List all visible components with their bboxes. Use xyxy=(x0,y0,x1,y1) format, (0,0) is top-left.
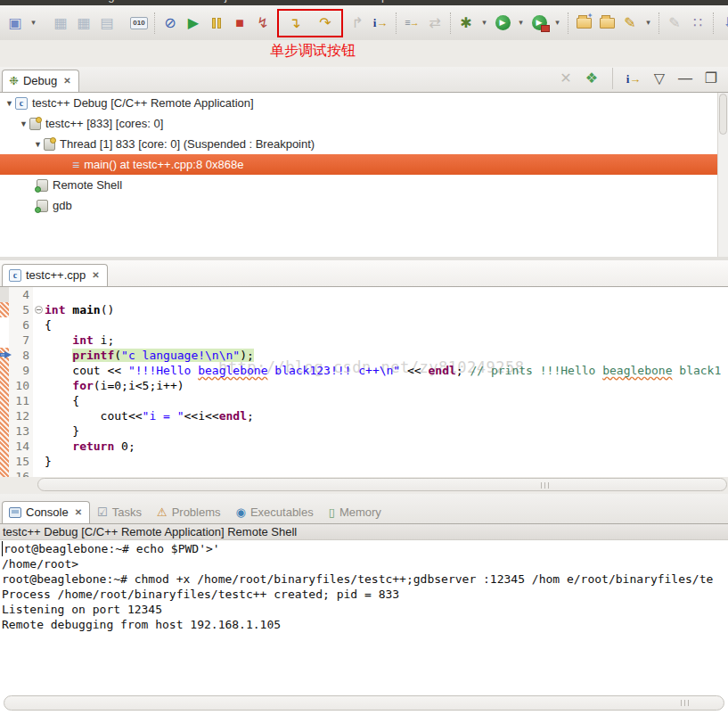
debug-tree-row[interactable]: ≡main() at testc++.cpp:8 0x868e xyxy=(0,154,717,175)
tree-expander-icon[interactable]: ▼ xyxy=(18,119,29,128)
last-edit-location-icon[interactable]: ⇩ xyxy=(719,12,728,34)
binary-icon[interactable]: 010 xyxy=(129,12,149,34)
code-line-4[interactable]: 4 xyxy=(0,287,728,302)
menu-item-search[interactable]: Search xyxy=(151,0,187,3)
new-project-folder-icon[interactable] xyxy=(574,12,593,34)
mark-occurrences-icon[interactable]: ✎ xyxy=(665,12,684,34)
code-line-8[interactable]: 8 printf("c language!\n\n"); xyxy=(0,348,728,363)
left-ruler[interactable] xyxy=(0,469,9,477)
code-line-12[interactable]: 12 cout<<"i = "<<i<<endl; xyxy=(0,408,728,423)
disconnect-icon[interactable]: ❖ xyxy=(582,70,601,87)
external-tools-dropdown[interactable]: ▾ xyxy=(552,12,562,34)
run-icon[interactable]: ▶ xyxy=(493,12,512,34)
tab-label: Executables xyxy=(250,505,314,519)
tab-executables[interactable]: ◉Executables xyxy=(229,501,322,523)
code-line-16[interactable]: 16 xyxy=(0,469,728,477)
tab-problems[interactable]: ⚠Problems xyxy=(150,501,229,523)
debug-tree-row[interactable]: Remote Shell xyxy=(0,175,717,195)
suspend-icon[interactable] xyxy=(207,12,226,34)
left-ruler[interactable] xyxy=(0,423,9,439)
close-icon[interactable]: ✕ xyxy=(73,507,82,517)
left-ruler[interactable] xyxy=(0,363,9,378)
menu-item-project[interactable]: Project xyxy=(207,0,242,3)
tab-testcpp[interactable]: c testc++.cpp ✕ xyxy=(2,264,108,286)
menu-item-file[interactable]: File xyxy=(7,0,26,3)
new-dropdown[interactable]: ▾ xyxy=(29,12,38,34)
left-ruler[interactable] xyxy=(0,287,9,302)
tab-debug[interactable]: ❉ Debug ✕ xyxy=(2,70,79,92)
build-icon[interactable]: ✎ xyxy=(620,12,640,34)
instruction-stepping-icon[interactable]: i→ xyxy=(371,12,390,34)
menu-item-edit[interactable]: Edit xyxy=(45,0,65,3)
console-icon xyxy=(9,507,21,518)
code-line-6[interactable]: 6{ xyxy=(0,317,728,333)
run-dropdown[interactable]: ▾ xyxy=(516,12,526,34)
current-debug-line-highlight: printf("c language!\n\n"); xyxy=(72,349,254,362)
step-return-icon[interactable]: ↱ xyxy=(348,12,367,34)
code-line-9[interactable]: 9 cout << "!!!Hello beaglebone black123!… xyxy=(0,363,728,378)
fold-marker-icon[interactable] xyxy=(33,302,45,317)
remove-all-terminated-icon[interactable]: ✕ xyxy=(556,70,576,87)
left-ruler[interactable] xyxy=(0,317,9,333)
code-line-14[interactable]: 14 return 0; xyxy=(0,439,728,454)
code-line-15[interactable]: 15} xyxy=(0,454,728,469)
minimize-icon[interactable]: — xyxy=(675,70,695,87)
debug-tree-row[interactable]: gdb xyxy=(0,195,717,216)
debug-dropdown[interactable]: ▾ xyxy=(479,12,489,34)
close-icon[interactable]: ✕ xyxy=(90,270,99,280)
code-line-5[interactable]: 5int main() xyxy=(0,302,728,317)
left-ruler[interactable] xyxy=(0,393,9,408)
restart-icon[interactable]: ↯ xyxy=(253,12,273,34)
tab-tasks[interactable]: ☑Tasks xyxy=(90,501,150,523)
tree-expander-icon[interactable]: ▼ xyxy=(32,140,44,149)
code-editor[interactable]: http://blog.csdn.net/zy810249258 45int m… xyxy=(0,286,728,477)
debug-vertical-scrollbar[interactable] xyxy=(717,93,728,257)
build-dropdown[interactable]: ▾ xyxy=(643,12,653,34)
menu-item-window[interactable]: Window xyxy=(303,0,344,3)
left-ruler[interactable] xyxy=(0,333,9,348)
tab-memory[interactable]: ▯Memory xyxy=(322,501,389,523)
code-line-11[interactable]: 11 { xyxy=(0,393,728,408)
tree-expander-icon[interactable]: ▼ xyxy=(4,99,15,108)
profile-icon[interactable]: ∷ xyxy=(688,12,708,34)
left-ruler[interactable] xyxy=(0,378,9,393)
code-line-7[interactable]: 7 int i; xyxy=(0,333,728,348)
left-ruler[interactable] xyxy=(0,408,9,423)
maximize-icon[interactable]: ❐ xyxy=(701,70,721,87)
new-wizard-icon[interactable]: ▣ xyxy=(5,12,25,34)
resume-without-signal-icon[interactable]: ≡→ xyxy=(402,12,421,34)
close-icon[interactable]: ✕ xyxy=(61,76,70,86)
open-folder-icon[interactable] xyxy=(597,12,617,34)
console-horizontal-scrollbar[interactable] xyxy=(4,695,724,711)
view-menu-icon[interactable]: ▽ xyxy=(650,70,669,87)
menu-item-navigate[interactable]: Navigate xyxy=(85,0,130,3)
editor-horizontal-scrollbar[interactable] xyxy=(37,478,727,491)
print-icon[interactable]: ▤ xyxy=(97,12,117,34)
tree-row-label: testc++ Debug [C/C++ Remote Application] xyxy=(32,96,254,110)
annotation-column xyxy=(33,469,45,477)
menu-item-run[interactable]: Run xyxy=(262,0,283,3)
resume-icon[interactable]: ▶ xyxy=(184,12,203,34)
debug-tree-row[interactable]: ▼ctestc++ Debug [C/C++ Remote Applicatio… xyxy=(0,93,717,113)
skip-all-breakpoints-icon[interactable]: ⊘ xyxy=(160,12,180,34)
instruction-stepping-toggle-icon[interactable]: i→ xyxy=(624,70,643,87)
code-line-10[interactable]: 10 for(i=0;i<5;i++) xyxy=(0,378,728,393)
menu-item-help[interactable]: Help xyxy=(364,0,388,3)
debug-tree-row[interactable]: ▼testc++ [833] [cores: 0] xyxy=(0,113,717,134)
terminate-icon[interactable]: ■ xyxy=(230,12,249,34)
left-ruler[interactable] xyxy=(0,302,9,317)
debug-tree-row[interactable]: ▼Thread [1] 833 [core: 0] (Suspended : B… xyxy=(0,134,717,154)
use-step-filters-icon[interactable]: ⇄ xyxy=(425,12,445,34)
external-tools-icon[interactable]: ▶ xyxy=(529,12,549,34)
tab-console[interactable]: Console✕ xyxy=(2,501,90,523)
save-icon[interactable]: ▦ xyxy=(51,12,70,34)
step-over-icon[interactable]: ↷ xyxy=(315,12,335,34)
left-ruler[interactable] xyxy=(0,454,9,469)
console-output[interactable]: root@beaglebone:~# echo $PWD'>'/home/roo… xyxy=(0,540,728,715)
left-ruler[interactable] xyxy=(0,439,9,454)
left-ruler[interactable] xyxy=(0,348,9,363)
debug-icon[interactable]: ✱ xyxy=(456,12,476,34)
step-into-icon[interactable]: ↴ xyxy=(285,12,305,34)
code-line-13[interactable]: 13 } xyxy=(0,423,728,439)
save-all-icon[interactable]: ▦ xyxy=(74,12,94,34)
